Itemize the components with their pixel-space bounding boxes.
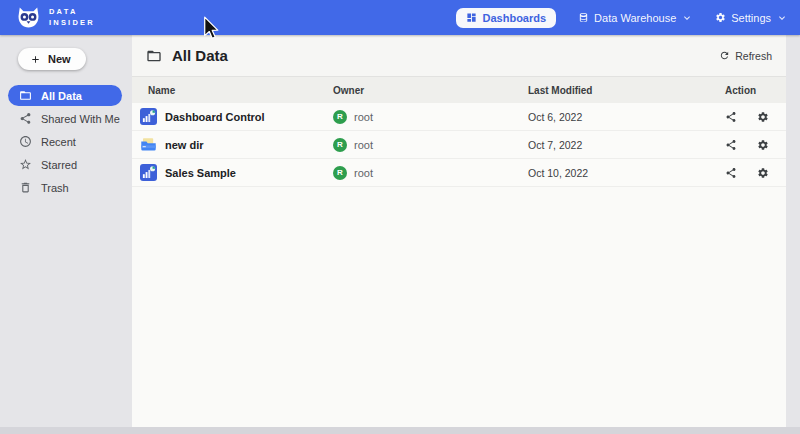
owl-logo-icon xyxy=(16,6,41,29)
owner-name: root xyxy=(354,167,373,179)
table-row[interactable]: Sales Sample R root Oct 10, 2022 xyxy=(132,159,786,187)
last-modified-cell: Oct 6, 2022 xyxy=(528,111,725,123)
sidebar-item-trash[interactable]: Trash xyxy=(8,177,122,198)
top-navigation: Dashboards Data Warehouse Settings xyxy=(456,8,788,28)
dashboard-file-icon xyxy=(140,108,157,125)
trash-icon xyxy=(19,181,32,194)
owner-cell: R root xyxy=(333,166,528,180)
new-button-label: New xyxy=(48,53,71,65)
table-body: Dashboard Control R root Oct 6, 2022 xyxy=(132,103,786,427)
brand-text: DATA INSIDER xyxy=(49,7,95,29)
table-header: Name Owner Last Modified Action xyxy=(132,77,786,103)
table-row[interactable]: Dashboard Control R root Oct 6, 2022 xyxy=(132,103,786,131)
dashboard-file-icon xyxy=(140,164,157,181)
content-header: All Data Refresh xyxy=(132,35,786,77)
name-cell: Sales Sample xyxy=(140,164,333,181)
chevron-down-icon xyxy=(776,12,788,24)
action-cell xyxy=(725,167,786,179)
star-icon xyxy=(19,158,32,171)
owner-avatar: R xyxy=(333,138,347,152)
last-modified-cell: Oct 10, 2022 xyxy=(528,167,725,179)
refresh-label: Refresh xyxy=(735,50,772,62)
brand: DATA INSIDER xyxy=(16,6,95,29)
sidebar-item-shared-with-me[interactable]: Shared With Me xyxy=(8,108,122,129)
page-title-text: All Data xyxy=(172,47,228,64)
content-card: All Data Refresh Name Owner Last Modifie… xyxy=(132,35,786,427)
data-warehouse-menu[interactable]: Data Warehouse xyxy=(578,12,693,24)
gear-action-icon[interactable] xyxy=(757,111,769,123)
database-icon xyxy=(578,12,589,23)
gear-icon xyxy=(715,12,726,23)
sidebar-nav: All Data Shared With Me Recent Starred T… xyxy=(0,85,130,198)
clock-icon xyxy=(19,135,32,148)
share-action-icon[interactable] xyxy=(725,139,737,151)
main-content: All Data Refresh Name Owner Last Modifie… xyxy=(130,35,800,427)
file-name: Dashboard Control xyxy=(165,111,265,123)
data-warehouse-label: Data Warehouse xyxy=(594,12,676,24)
sidebar-item-label: All Data xyxy=(41,90,82,102)
owner-avatar: R xyxy=(333,166,347,180)
new-button[interactable]: New xyxy=(18,48,86,70)
sidebar-item-recent[interactable]: Recent xyxy=(8,131,122,152)
gear-action-icon[interactable] xyxy=(757,167,769,179)
window-bottom-edge xyxy=(0,427,800,434)
dashboard-icon xyxy=(466,12,477,23)
sidebar-item-label: Recent xyxy=(41,136,76,148)
file-name: new dir xyxy=(165,139,204,151)
plus-icon xyxy=(30,54,41,65)
settings-label: Settings xyxy=(731,12,771,24)
owner-cell: R root xyxy=(333,138,528,152)
action-cell xyxy=(725,139,786,151)
name-cell: new dir xyxy=(140,136,333,153)
sidebar-item-label: Starred xyxy=(41,159,77,171)
chevron-down-icon xyxy=(681,12,693,24)
owner-avatar: R xyxy=(333,110,347,124)
column-header-owner: Owner xyxy=(333,85,528,96)
owner-name: root xyxy=(354,111,373,123)
sidebar-item-all-data[interactable]: All Data xyxy=(8,85,122,106)
file-name: Sales Sample xyxy=(165,167,236,179)
action-cell xyxy=(725,111,786,123)
sidebar-item-label: Shared With Me xyxy=(41,113,120,125)
settings-menu[interactable]: Settings xyxy=(715,12,788,24)
page-title: All Data xyxy=(146,47,228,64)
refresh-button[interactable]: Refresh xyxy=(719,50,772,62)
dashboards-label: Dashboards xyxy=(483,12,547,24)
table-row[interactable]: new dir R root Oct 7, 2022 xyxy=(132,131,786,159)
sidebar: New All Data Shared With Me Recent Starr… xyxy=(0,35,130,427)
directory-file-icon xyxy=(140,136,157,153)
dashboards-button[interactable]: Dashboards xyxy=(456,8,557,28)
owner-cell: R root xyxy=(333,110,528,124)
share-icon xyxy=(19,112,32,125)
refresh-icon xyxy=(719,50,730,61)
name-cell: Dashboard Control xyxy=(140,108,333,125)
share-action-icon[interactable] xyxy=(725,111,737,123)
sidebar-item-starred[interactable]: Starred xyxy=(8,154,122,175)
column-header-action: Action xyxy=(725,85,786,96)
last-modified-cell: Oct 7, 2022 xyxy=(528,139,725,151)
sidebar-item-label: Trash xyxy=(41,182,69,194)
column-header-last-modified: Last Modified xyxy=(528,85,725,96)
gear-action-icon[interactable] xyxy=(757,139,769,151)
folder-icon xyxy=(146,48,162,64)
owner-name: root xyxy=(354,139,373,151)
share-action-icon[interactable] xyxy=(725,167,737,179)
topbar: DATA INSIDER Dashboards Data Warehouse S… xyxy=(0,0,800,35)
folder-icon xyxy=(19,89,32,102)
column-header-name: Name xyxy=(148,85,333,96)
